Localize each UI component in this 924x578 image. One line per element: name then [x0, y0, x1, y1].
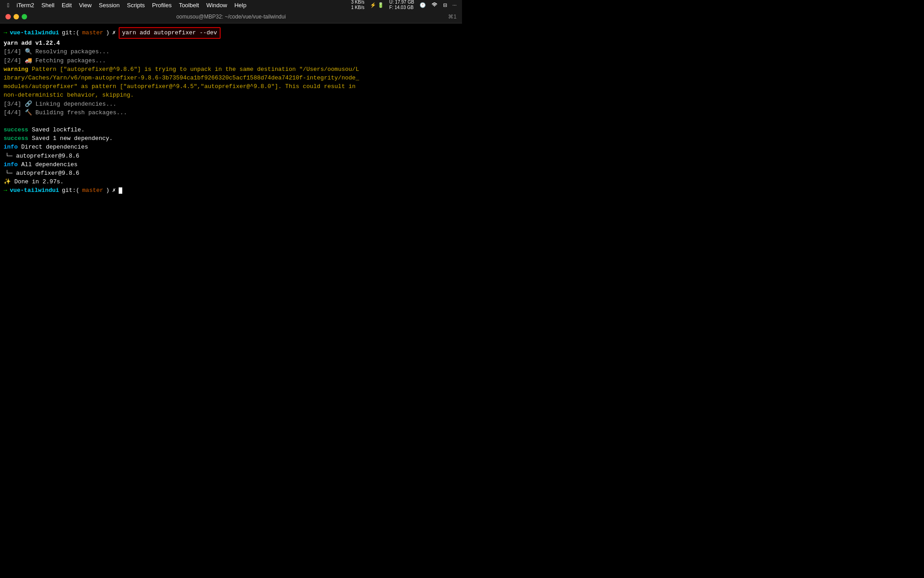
- git-close-1: ): [106, 29, 110, 37]
- prompt-arrow-1: →: [4, 29, 7, 37]
- dep-line-1: └─ autoprefixer@9.8.6: [4, 152, 458, 160]
- network-text: 3 KB/s1 KB/s: [351, 0, 364, 10]
- tab-shortcut: ⌘1: [448, 14, 457, 20]
- dep-line-2: └─ autoprefixer@9.8.6: [4, 169, 458, 177]
- git-symbol-2: ✗: [112, 186, 116, 195]
- success-text-2: Saved 1 new dependency.: [32, 135, 112, 142]
- warning-line: warning Pattern ["autoprefixer@^9.8.6"] …: [4, 65, 458, 74]
- info-label-2: info: [4, 161, 18, 168]
- cursor: [119, 187, 122, 194]
- done-text: Done in 2.97s.: [14, 178, 64, 185]
- minimize-button[interactable]: [14, 14, 19, 19]
- menu-help[interactable]: Help: [231, 0, 250, 10]
- step-4-line: [4/4] 🔨 Building fresh packages...: [4, 109, 458, 117]
- close-button[interactable]: [5, 14, 11, 19]
- prompt-line-1: → vue-tailwindui git:(master) ✗ yarn add…: [4, 27, 458, 39]
- menu-shell[interactable]: Shell: [38, 0, 58, 10]
- traffic-lights[interactable]: [5, 14, 27, 19]
- menubar:  iTerm2 Shell Edit View Session Scripts…: [0, 0, 462, 10]
- info-label-1: info: [4, 144, 18, 150]
- warning-line-3: modules/autoprefixer" as pattern ["autop…: [4, 83, 458, 91]
- done-line: ✨ Done in 2.97s.: [4, 178, 458, 186]
- more-icon: ···: [451, 2, 458, 8]
- success-text-1: Saved lockfile.: [32, 126, 84, 133]
- warning-line-4: non-deterministic behavior, skipping.: [4, 91, 458, 99]
- info-line-2: info All dependencies: [4, 161, 458, 169]
- window-title: oomusou@MBP32: ~/code/vue/vue-tailwindui: [176, 14, 286, 20]
- warning-label: warning: [4, 66, 28, 73]
- yarn-version-line: yarn add v1.22.4: [4, 39, 458, 47]
- git-symbol-1: ✗: [112, 29, 116, 37]
- prompt-dir-1: vue-tailwindui: [10, 29, 59, 37]
- maximize-button[interactable]: [22, 14, 27, 19]
- blank-line-1: [4, 117, 458, 126]
- sparkle-icon: ✨: [4, 178, 11, 185]
- info-text-1: Direct dependencies: [21, 144, 88, 150]
- info-text-2: All dependencies: [21, 161, 78, 168]
- step-1-line: [1/4] 🔍 Resolving packages...: [4, 48, 458, 56]
- control-center-icon: ⊟: [441, 2, 449, 8]
- menu-view[interactable]: View: [75, 0, 95, 10]
- git-label-1: git:(: [62, 29, 79, 37]
- git-label-2: git:(: [62, 186, 79, 195]
- highlighted-command: yarn add autoprefixer --dev: [119, 27, 221, 39]
- apple-logo: : [7, 2, 9, 9]
- clock-icon: 🕐: [418, 2, 428, 8]
- menu-profiles[interactable]: Profiles: [148, 0, 175, 10]
- network-stats: 3 KB/s1 KB/s: [349, 0, 366, 10]
- git-branch-2: master: [82, 186, 103, 195]
- success-label-2: success: [4, 135, 28, 142]
- prompt-dir-2: vue-tailwindui: [10, 186, 59, 195]
- git-close-2: ): [106, 186, 110, 195]
- success-label-1: success: [4, 126, 28, 133]
- apple-menu[interactable]: : [4, 0, 13, 10]
- step-2-line: [2/4] 🚚 Fetching packages...: [4, 57, 458, 65]
- titlebar: oomusou@MBP32: ~/code/vue/vue-tailwindui…: [0, 10, 462, 23]
- step-3-line: [3/4] 🔗 Linking dependencies...: [4, 100, 458, 108]
- menubar-right: 3 KB/s1 KB/s ⚡ 🔋 U: 17.97 GBF: 14.03 GB …: [349, 0, 458, 10]
- menu-toolbelt[interactable]: Toolbelt: [175, 0, 203, 10]
- menu-session[interactable]: Session: [95, 0, 123, 10]
- info-line-1: info Direct dependencies: [4, 143, 458, 151]
- storage-stats: U: 17.97 GBF: 14.03 GB: [388, 0, 416, 10]
- prompt-line-2: → vue-tailwindui git:(master) ✗: [4, 186, 458, 195]
- menu-iterm2[interactable]: iTerm2: [13, 0, 38, 10]
- success-line-1: success Saved lockfile.: [4, 126, 458, 134]
- menu-window[interactable]: Window: [203, 0, 231, 10]
- warning-line-2: ibrary/Caches/Yarn/v6/npm-autoprefixer-9…: [4, 74, 458, 82]
- git-branch-1: master: [82, 29, 103, 37]
- wifi-icon: [430, 2, 439, 8]
- success-line-2: success Saved 1 new dependency.: [4, 135, 458, 143]
- battery-indicator: ⚡ 🔋: [368, 2, 386, 8]
- menu-scripts[interactable]: Scripts: [123, 0, 148, 10]
- terminal-content[interactable]: → vue-tailwindui git:(master) ✗ yarn add…: [0, 23, 462, 289]
- menu-edit[interactable]: Edit: [58, 0, 75, 10]
- warning-content: Pattern ["autoprefixer@^9.8.6"] is tryin…: [32, 66, 359, 73]
- prompt-arrow-2: →: [4, 186, 7, 195]
